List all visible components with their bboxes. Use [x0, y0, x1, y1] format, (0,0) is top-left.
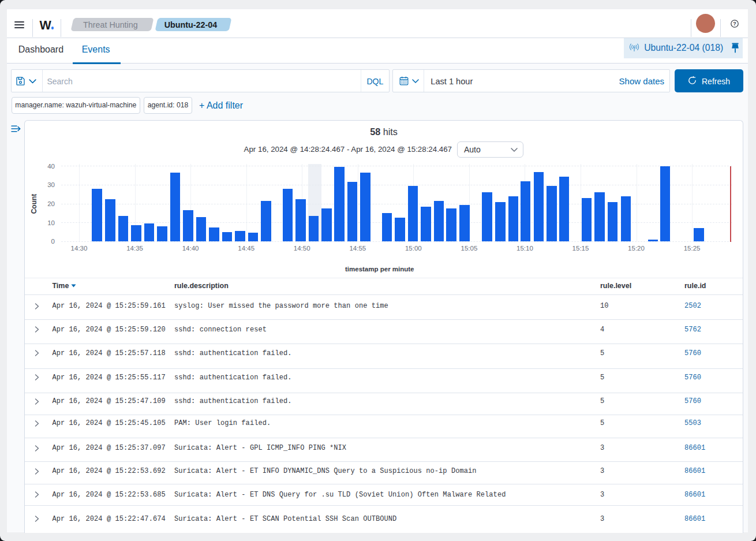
- svg-text:?: ?: [733, 21, 736, 27]
